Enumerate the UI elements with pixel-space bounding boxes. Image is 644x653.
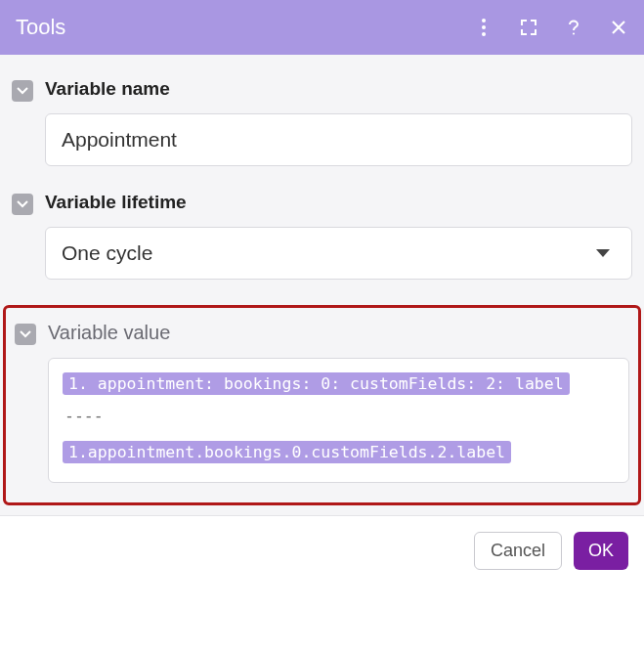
svg-point-0 bbox=[482, 19, 486, 22]
variable-value-editor[interactable]: 1. appointment: bookings: 0: customField… bbox=[48, 358, 629, 483]
code-token: 1.appointment.bookings.0.customFields.2.… bbox=[63, 441, 511, 463]
svg-point-1 bbox=[482, 25, 486, 29]
variable-lifetime-label: Variable lifetime bbox=[45, 192, 632, 213]
svg-point-3 bbox=[573, 32, 575, 34]
svg-point-2 bbox=[482, 32, 486, 36]
section-variable-name: Variable name Appointment bbox=[12, 78, 632, 166]
dialog-footer: Cancel OK bbox=[0, 516, 644, 586]
titlebar: Tools bbox=[0, 0, 644, 55]
dialog-body: Variable name Appointment Variable lifet… bbox=[0, 55, 644, 516]
variable-name-input[interactable]: Appointment bbox=[45, 113, 632, 166]
variable-name-label: Variable name bbox=[45, 78, 632, 100]
select-value: One cycle bbox=[62, 241, 152, 265]
collapse-toggle[interactable] bbox=[15, 324, 36, 345]
ok-button[interactable]: OK bbox=[574, 532, 628, 570]
collapse-toggle[interactable] bbox=[12, 194, 33, 215]
collapse-toggle[interactable] bbox=[12, 80, 33, 102]
code-token: 1. appointment: bookings: 0: customField… bbox=[63, 372, 570, 395]
close-icon[interactable] bbox=[609, 18, 628, 37]
titlebar-actions bbox=[474, 18, 628, 37]
variable-value-label: Variable value bbox=[48, 322, 629, 344]
section-variable-value-highlight: Variable value 1. appointment: bookings:… bbox=[3, 305, 641, 505]
more-icon[interactable] bbox=[474, 18, 494, 37]
expand-icon[interactable] bbox=[519, 18, 538, 37]
cancel-button[interactable]: Cancel bbox=[474, 532, 562, 570]
titlebar-title: Tools bbox=[16, 15, 474, 40]
variable-lifetime-select[interactable]: One cycle bbox=[45, 227, 632, 280]
section-variable-lifetime: Variable lifetime One cycle bbox=[12, 192, 632, 280]
code-separator: ---- bbox=[63, 397, 615, 439]
help-icon[interactable] bbox=[564, 18, 583, 37]
chevron-down-icon bbox=[596, 249, 610, 257]
